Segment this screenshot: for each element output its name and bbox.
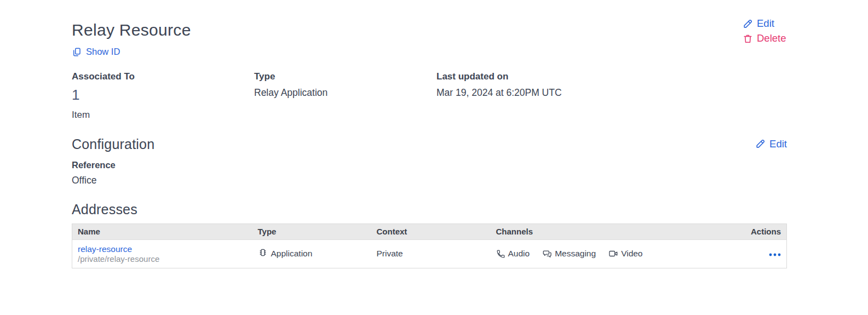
column-header-actions: Actions	[729, 224, 787, 239]
type-cell: Application	[252, 239, 371, 268]
delete-button[interactable]: Delete	[743, 32, 786, 44]
address-type-label: Application	[271, 249, 313, 259]
last-updated-label: Last updated on	[436, 71, 787, 82]
channel-audio-label: Audio	[508, 249, 530, 259]
table-row: relay-resource /private/relay-resource A…	[72, 239, 787, 268]
type-label: Type	[254, 71, 436, 82]
chip-icon	[258, 248, 268, 260]
channel-messaging: Messaging	[542, 249, 596, 259]
channel-audio: Audio	[496, 249, 530, 259]
meta-type: Type Relay Application	[254, 71, 436, 121]
context-cell: Private	[371, 239, 491, 268]
delete-button-label: Delete	[757, 32, 786, 44]
configuration-header-row: Configuration Edit	[72, 136, 787, 152]
associated-to-value: 1	[72, 87, 254, 103]
meta-last-updated: Last updated on Mar 19, 2024 at 6:20PM U…	[436, 71, 787, 121]
page-title: Relay Resource	[72, 21, 787, 39]
configuration-heading: Configuration	[72, 136, 154, 152]
chat-icon	[542, 249, 552, 259]
reference-value: Office	[72, 175, 787, 186]
addresses-table-header-row: Name Type Context Channels Actions	[72, 224, 787, 239]
column-header-name: Name	[72, 224, 252, 239]
column-header-context: Context	[371, 224, 491, 239]
pencil-icon	[743, 19, 753, 29]
address-path: /private/relay-resource	[78, 254, 247, 264]
actions-cell	[729, 239, 787, 268]
column-header-channels: Channels	[491, 224, 729, 239]
channels-cell: Audio Messaging	[491, 239, 729, 268]
reference-label: Reference	[72, 160, 787, 170]
associated-to-label: Associated To	[72, 71, 254, 82]
addresses-table: Name Type Context Channels Actions relay…	[72, 224, 787, 268]
edit-button[interactable]: Edit	[743, 18, 786, 30]
column-header-type: Type	[252, 224, 371, 239]
meta-section: Associated To 1 Item Type Relay Applicat…	[72, 71, 787, 121]
resource-detail-page: Relay Resource Show ID Edit	[72, 0, 787, 268]
addresses-heading: Addresses	[72, 201, 787, 217]
last-updated-value: Mar 19, 2024 at 6:20PM UTC	[436, 87, 787, 99]
associated-to-unit: Item	[72, 110, 254, 121]
pencil-icon	[755, 139, 766, 149]
page-actions: Edit Delete	[743, 18, 786, 44]
channel-messaging-label: Messaging	[555, 249, 596, 259]
row-actions-menu-button[interactable]	[769, 253, 781, 256]
video-camera-icon	[608, 249, 618, 259]
copy-icon	[72, 47, 82, 57]
show-id-label: Show ID	[86, 47, 120, 57]
configuration-edit-button[interactable]: Edit	[755, 138, 787, 150]
configuration-edit-label: Edit	[769, 138, 787, 150]
trash-icon	[743, 33, 753, 44]
show-id-button[interactable]: Show ID	[72, 47, 120, 57]
name-cell: relay-resource /private/relay-resource	[72, 239, 252, 268]
address-name-link[interactable]: relay-resource	[78, 244, 132, 254]
channel-video: Video	[608, 249, 642, 259]
meta-associated-to: Associated To 1 Item	[72, 71, 254, 121]
ellipsis-icon	[769, 249, 781, 258]
phone-icon	[496, 249, 505, 259]
channel-video-label: Video	[621, 249, 642, 259]
type-value: Relay Application	[254, 87, 436, 99]
edit-button-label: Edit	[757, 18, 774, 30]
